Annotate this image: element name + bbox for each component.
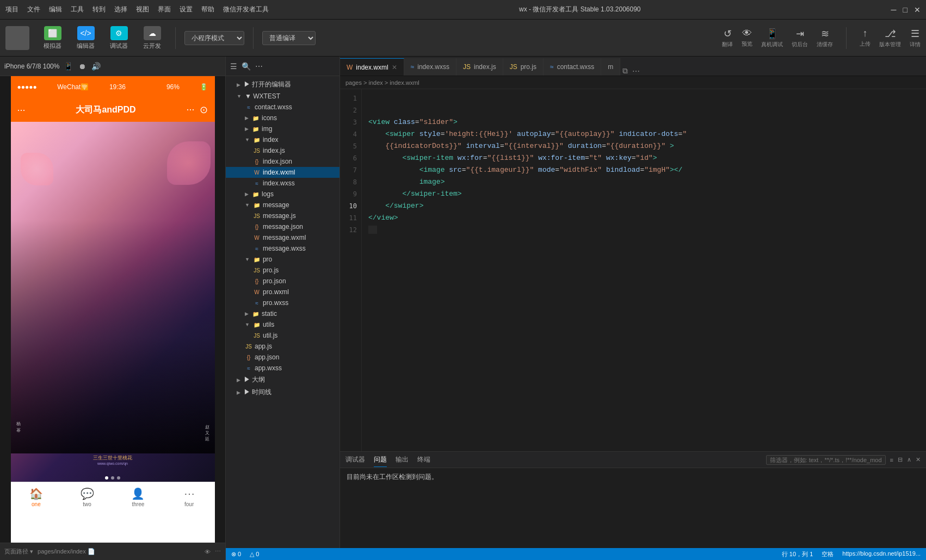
folder-img[interactable]: ▶ 📁 img [226,123,339,134]
tab-wxml-close[interactable]: ✕ [392,64,397,71]
more-options-icon[interactable]: ⋯ [215,548,221,555]
record-button[interactable]: ⏺ [78,62,86,71]
tab-m[interactable]: m [601,58,620,76]
tab-debugger[interactable]: 调试器 [345,453,365,466]
folder-utils[interactable]: ▼ 📁 utils [226,319,339,330]
menu-help[interactable]: 帮助 [201,5,214,14]
file-app-json[interactable]: {} app.json [226,352,339,363]
menu-select[interactable]: 选择 [114,5,127,14]
file-util-js[interactable]: JS util.js [226,330,339,341]
breadcrumb: pages > index > index.wxml [340,76,926,89]
file-message-wxss[interactable]: ≈ message.wxss [226,243,339,254]
section-wxtest[interactable]: ▼ ▼ WXTEST [226,91,339,102]
filter-input[interactable] [766,455,886,465]
detail-button[interactable]: ☰ 详情 [910,28,921,48]
file-app-js[interactable]: JS app.js [226,341,339,352]
title-bar-menu[interactable]: 项目 文件 编辑 工具 转到 选择 视图 界面 设置 帮助 微信开发者工具 [5,5,269,14]
menu-project[interactable]: 项目 [5,5,18,14]
file-index-wxml[interactable]: W index.wxml [226,167,339,178]
real-debug-button[interactable]: 📱 真机调试 [761,28,783,48]
upload-button[interactable]: ↑ 上传 [860,28,871,48]
maximize-button[interactable]: □ [903,5,908,14]
menu-view[interactable]: 视图 [136,5,149,14]
menu-edit[interactable]: 编辑 [49,5,62,14]
filter-icon[interactable]: ≡ [890,457,893,463]
file-message-wxml[interactable]: W message.wxml [226,232,339,243]
menu-interface[interactable]: 界面 [158,5,171,14]
file-pro-js[interactable]: JS pro.js [226,265,339,276]
filetree-more-icon[interactable]: ⋯ [255,62,263,71]
more-icon[interactable]: ··· [186,104,194,116]
file-index-wxss[interactable]: ≈ index.wxss [226,178,339,189]
compile-select[interactable]: 普通编译 [262,31,316,45]
menu-file[interactable]: 文件 [27,5,40,14]
slider-image[interactable]: 杨幂 赵又廷 三生三世十里桃花 www.qiwo.com/qn [11,122,215,512]
preview-button[interactable]: 👁 预览 [742,28,752,48]
tab-pro-js[interactable]: JS pro.js [503,58,544,76]
simulator-button[interactable]: ⬜ 模拟器 [38,24,67,52]
toolbar-right: ↺ 翻译 👁 预览 📱 真机调试 ⇥ 切后台 ≋ 清缓存 ↑ 上传 ⎇ 版本管理 [722,27,921,49]
clear-cache-button[interactable]: ≋ 清缓存 [817,28,833,48]
folder-pro[interactable]: ▼ 📁 pro [226,254,339,265]
file-message-json[interactable]: {} message.json [226,221,339,232]
tab-one[interactable]: 🏠 one [11,482,62,512]
section-outline[interactable]: ▶ ▶ 大纲 [226,374,339,386]
menu-settings[interactable]: 设置 [180,5,193,14]
tab-contact-wxss[interactable]: ≈ contact.wxss [544,58,601,76]
close-button[interactable]: ✕ [914,5,921,14]
tab-three[interactable]: 👤 three [113,482,164,512]
section-timeline[interactable]: ▶ ▶ 时间线 [226,386,339,399]
file-message-js[interactable]: JS message.js [226,210,339,221]
tab-four[interactable]: ⋯ four [164,482,215,512]
filetree-menu-icon[interactable]: ☰ [230,62,237,71]
code-editor[interactable]: <view class="slider"> <swiper style='hei… [362,89,926,451]
menu-devtools[interactable]: 微信开发者工具 [223,5,269,14]
file-contact-wxss[interactable]: ≈ contact.wxss [226,102,339,113]
tab-terminal[interactable]: 终端 [417,453,430,466]
version-button[interactable]: ⎇ 版本管理 [879,28,901,48]
tab-index-wxml[interactable]: W index.wxml ✕ [340,58,404,76]
main-area: iPhone 6/7/8 100% 📱 ⏺ 🔊 ●●●●● WeChat🛜 19… [0,57,926,560]
minimize-button[interactable]: ─ [891,5,897,14]
expand-icon[interactable]: ∧ [907,456,911,463]
file-pro-json[interactable]: {} pro.json [226,276,339,287]
folder-index[interactable]: ▼ 📁 index [226,134,339,145]
debug-button[interactable]: ⚙ 调试器 [104,24,133,52]
split-editor-icon[interactable]: ⧉ [622,66,628,76]
close-panel-icon[interactable]: ✕ [916,456,921,463]
tab-output[interactable]: 输出 [396,453,409,466]
file-pro-wxss[interactable]: ≈ pro.wxss [226,297,339,308]
menu-tools[interactable]: 工具 [71,5,84,14]
folder-icons[interactable]: ▶ 📁 icons [226,113,339,123]
file-index-js[interactable]: JS index.js [226,145,339,156]
collapse-icon[interactable]: ⊟ [898,456,903,463]
refresh-button[interactable]: ↺ 翻译 [722,28,733,48]
url-link[interactable]: https://blog.csdn.net/ip1519... [842,550,921,558]
mode-select[interactable]: 小程序模式 [184,31,244,45]
cloud-button[interactable]: ☁ 云开发 [138,24,166,52]
filetree-search-icon[interactable]: 🔍 [242,62,251,71]
tab-index-wxss[interactable]: ≈ index.wxss [404,58,456,76]
window-controls[interactable]: ─ □ ✕ [891,5,921,14]
editor-area[interactable]: 1 2 3 4 5 6 7 8 9 10 11 12 <view class="… [340,89,926,451]
file-pro-wxml[interactable]: W pro.wxml [226,287,339,297]
wxss-icon-5: ≈ [245,364,252,372]
more-tabs-icon[interactable]: ⋯ [632,67,640,76]
tab-two[interactable]: 💬 two [61,482,113,512]
folder-message[interactable]: ▼ 📁 message [226,200,339,210]
tab-issues[interactable]: 问题 [374,453,387,467]
audio-button[interactable]: 🔊 [91,62,101,71]
tab-index-js[interactable]: JS index.js [456,58,503,76]
folder-static[interactable]: ▶ 📁 static [226,308,339,319]
file-index-json[interactable]: {} index.json [226,156,339,167]
phone-icon[interactable]: 📱 [64,62,73,71]
phone-header-actions: ··· ⊙ [186,104,208,116]
editor-button[interactable]: </> 编辑器 [71,24,100,52]
section-open-editors[interactable]: ▶ ▶ 打开的编辑器 [226,78,339,91]
camera-icon[interactable]: ⊙ [200,104,208,116]
cut-backend-button[interactable]: ⇥ 切后台 [792,28,808,48]
file-app-wxss[interactable]: ≈ app.wxss [226,363,339,374]
folder-logs[interactable]: ▶ 📁 logs [226,189,339,200]
menu-goto[interactable]: 转到 [92,5,106,14]
eye-icon[interactable]: 👁 [205,549,211,555]
